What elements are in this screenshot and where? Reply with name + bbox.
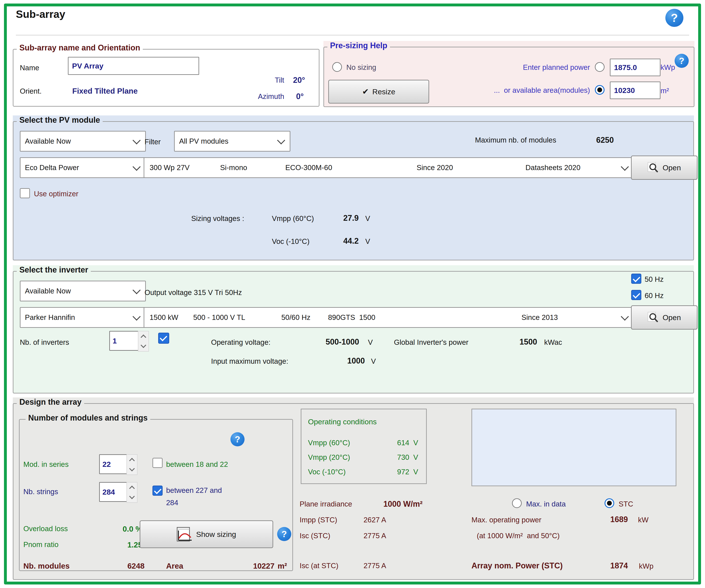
design-array-group: Design the array Number of modules and s… [13,397,694,580]
area-input[interactable]: 10230 [610,82,660,99]
area-label: ... or available area(modules) [429,86,590,95]
mod-series-stepper[interactable] [127,454,138,475]
pv-filter-value: All PV modules [179,137,229,145]
name-value: PV Array [72,62,103,70]
filter-label: Filter [144,138,160,146]
no-sizing-radio[interactable] [332,62,342,72]
question-glyph: ? [235,434,240,444]
name-input[interactable]: PV Array [68,57,199,75]
presizing-legend: Pre-sizing Help [327,41,390,50]
modules-strings-legend: Number of modules and strings [26,413,150,423]
mod-series-range-checkbox[interactable] [152,458,162,468]
inverter-voltage: 500 - 1000 V TL [193,313,245,322]
spinner-up-icon[interactable] [141,334,146,340]
nb-inverters-label: Nb. of inverters [20,338,69,347]
spinner-up-icon[interactable] [129,458,135,463]
chevron-down-icon [133,163,141,171]
max-modules-value: 6250 [596,135,614,145]
inverter-group: Select the inverter Available Now Output… [13,265,694,393]
chevron-down-icon [621,163,629,171]
isc-value: 2775 A [364,531,386,540]
azimuth-label: Azimuth [237,92,284,101]
max-in-data-radio[interactable] [512,498,522,508]
voc-label: Voc (-10°C) [272,237,310,246]
azimuth-value: 0° [296,92,303,101]
freq-60hz-checkbox[interactable] [631,290,641,300]
inverter-legend: Select the inverter [17,265,91,275]
inverter-availability-select[interactable]: Available Now [20,281,146,301]
isc-at-label: Isc (at STC) [299,561,338,570]
module-tech: Si-mono [220,163,247,172]
planned-power-input[interactable]: 1875.0 [610,59,660,76]
pv-availability-select[interactable]: Available Now [20,131,146,152]
array-power-label: Array nom. Power (STC) [471,561,563,570]
input-max-voltage-label: Input maximum voltage: [211,357,288,366]
inverter-model-select[interactable]: 1500 kW 500 - 1000 V TL 50/60 Hz 890GTS … [144,307,634,328]
nb-inverters-value: 1 [112,337,117,345]
planned-power-unit: kWp [660,63,675,72]
design-area-unit: m² [278,561,287,571]
operating-voltage-label: Operating voltage: [211,338,271,347]
pv-manufacturer-select[interactable]: Eco Delta Power [20,157,146,178]
spinner-down-icon[interactable] [129,493,135,499]
pv-module-select[interactable]: 300 Wp 27V Si-mono ECO-300M-60 Since 202… [144,157,634,178]
use-optimizer-checkbox[interactable] [20,188,30,198]
stc-radio[interactable] [605,498,614,508]
nb-modules-value: 6248 [105,561,144,571]
isc-at-value: 2775 A [364,561,386,570]
presizing-group: Pre-sizing Help No sizing Enter planned … [323,41,694,107]
inverter-availability-value: Available Now [25,287,71,295]
operating-voltage-value: 500-1000 [326,337,359,347]
tilt-value: 20° [293,75,305,85]
mod-series-hint: between 18 and 22 [166,460,228,469]
magnifier-icon [648,312,659,323]
design-area-label: Area [166,561,183,571]
check-icon: ✔ [362,87,369,96]
pv-open-button[interactable]: Open [631,155,698,180]
spinner-up-icon[interactable] [129,486,135,491]
name-orientation-group: Sub-array name and Orientation Name PV A… [13,43,320,107]
pv-module-legend: Select the PV module [17,115,103,125]
nb-strings-range-checkbox[interactable] [152,486,162,496]
impp-value: 2627 A [364,516,386,524]
magnifier-icon [648,162,659,174]
area-value: 10230 [614,86,635,95]
modules-strings-help-icon[interactable]: ? [230,432,244,446]
show-sizing-button[interactable]: Show sizing [140,520,273,548]
vmpp-label: Vmpp (60°C) [272,214,314,223]
preview-panel [471,409,676,486]
inverter-manufacturer-select[interactable]: Parker Hannifin [20,307,146,328]
mod-series-label: Mod. in series [23,460,68,469]
help-icon[interactable]: ? [665,9,684,27]
presizing-help-icon[interactable]: ? [674,54,689,68]
overload-label: Overload loss [23,524,68,533]
overload-value: 0.0 % [103,524,142,534]
freq-50hz-checkbox[interactable] [631,274,641,284]
irradiance-value: 1000 W/m² [383,499,423,509]
modules-strings-group: Number of modules and strings ? Mod. in … [19,413,293,571]
global-power-unit: kWac [544,338,562,347]
planned-power-radio[interactable] [595,62,605,72]
max-in-data-label: Max. in data [526,500,566,508]
spinner-down-icon[interactable] [141,342,146,348]
orient-value: Fixed Tilted Plane [72,86,138,96]
nb-inverters-checkbox[interactable] [158,333,169,344]
inverter-open-button[interactable]: Open [631,305,698,330]
use-optimizer-label: Use optimizer [34,190,79,198]
voc-value: 44.2 [343,236,359,246]
name-label: Name [20,63,39,72]
nb-inverters-stepper[interactable] [138,331,149,352]
nb-strings-stepper[interactable] [127,482,138,503]
spinner-down-icon[interactable] [129,466,135,471]
pv-filter-select[interactable]: All PV modules [174,131,290,152]
show-sizing-help-icon[interactable]: ? [277,527,291,541]
planned-power-value: 1875.0 [614,63,637,72]
operating-voltage-unit: V [368,338,373,347]
oc-row-label: Vmpp (60°C) [308,438,350,447]
nb-strings-label: Nb. strings [23,487,58,496]
chevron-down-icon [133,136,141,145]
module-model: ECO-300M-60 [285,163,332,172]
module-datasheets: Datasheets 2020 [525,163,580,172]
area-radio[interactable] [595,85,605,95]
resize-button[interactable]: ✔ Resize [328,80,429,104]
